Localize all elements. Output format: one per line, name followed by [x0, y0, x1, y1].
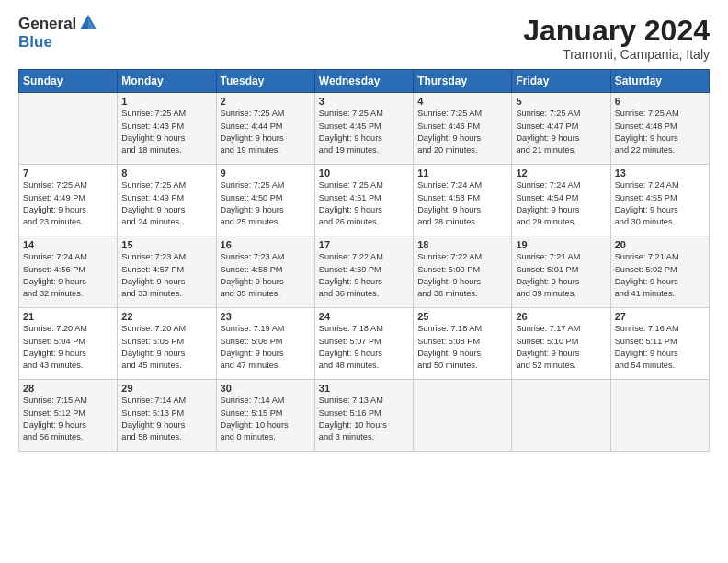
day-info: Sunrise: 7:25 AM Sunset: 4:44 PM Dayligh…	[221, 108, 311, 156]
day-info: Sunrise: 7:24 AM Sunset: 4:55 PM Dayligh…	[615, 179, 705, 228]
day-info: Sunrise: 7:25 AM Sunset: 4:45 PM Dayligh…	[319, 108, 409, 156]
calendar-day-cell: 28Sunrise: 7:15 AM Sunset: 5:12 PM Dayli…	[19, 380, 118, 452]
calendar-day-cell: 9Sunrise: 7:25 AM Sunset: 4:50 PM Daylig…	[216, 165, 314, 236]
calendar-day-cell: 11Sunrise: 7:24 AM Sunset: 4:53 PM Dayli…	[414, 165, 512, 236]
logo: General Blue	[18, 15, 98, 52]
day-info: Sunrise: 7:25 AM Sunset: 4:48 PM Dayligh…	[615, 108, 705, 156]
day-number: 27	[615, 311, 705, 322]
day-info: Sunrise: 7:23 AM Sunset: 4:58 PM Dayligh…	[221, 251, 311, 300]
calendar-day-cell: 13Sunrise: 7:24 AM Sunset: 4:55 PM Dayli…	[610, 165, 709, 236]
day-number: 28	[23, 383, 113, 394]
day-info: Sunrise: 7:17 AM Sunset: 5:10 PM Dayligh…	[516, 323, 606, 372]
day-info: Sunrise: 7:14 AM Sunset: 5:13 PM Dayligh…	[121, 395, 211, 443]
day-number: 25	[417, 311, 507, 322]
calendar-day-cell: 15Sunrise: 7:23 AM Sunset: 4:57 PM Dayli…	[118, 236, 216, 308]
day-number: 30	[221, 383, 311, 394]
calendar-day-cell: 7Sunrise: 7:25 AM Sunset: 4:49 PM Daylig…	[19, 165, 118, 236]
calendar-day-cell: 2Sunrise: 7:25 AM Sunset: 4:44 PM Daylig…	[216, 93, 314, 165]
day-info: Sunrise: 7:21 AM Sunset: 5:02 PM Dayligh…	[615, 251, 705, 300]
day-info: Sunrise: 7:18 AM Sunset: 5:08 PM Dayligh…	[417, 323, 507, 372]
day-number: 15	[121, 239, 211, 250]
calendar-day-cell: 17Sunrise: 7:22 AM Sunset: 4:59 PM Dayli…	[314, 236, 413, 308]
calendar-header-row: SundayMondayTuesdayWednesdayThursdayFrid…	[19, 70, 710, 93]
day-info: Sunrise: 7:23 AM Sunset: 4:57 PM Dayligh…	[121, 251, 211, 300]
calendar-header-cell: Monday	[118, 70, 216, 93]
location: Tramonti, Campania, Italy	[523, 47, 710, 62]
calendar-day-cell: 18Sunrise: 7:22 AM Sunset: 5:00 PM Dayli…	[414, 236, 512, 308]
day-number: 2	[221, 96, 311, 107]
calendar-day-cell: 10Sunrise: 7:25 AM Sunset: 4:51 PM Dayli…	[314, 165, 413, 236]
calendar-day-cell: 19Sunrise: 7:21 AM Sunset: 5:01 PM Dayli…	[512, 236, 610, 308]
day-number: 18	[417, 239, 507, 250]
logo-icon	[78, 13, 98, 33]
calendar-day-cell	[512, 380, 610, 452]
title-block: January 2024 Tramonti, Campania, Italy	[523, 15, 710, 62]
calendar-day-cell: 3Sunrise: 7:25 AM Sunset: 4:45 PM Daylig…	[314, 93, 413, 165]
day-number: 17	[319, 239, 409, 250]
day-info: Sunrise: 7:20 AM Sunset: 5:04 PM Dayligh…	[23, 323, 113, 372]
day-number: 4	[417, 96, 507, 107]
day-info: Sunrise: 7:21 AM Sunset: 5:01 PM Dayligh…	[516, 251, 606, 300]
calendar-day-cell: 30Sunrise: 7:14 AM Sunset: 5:15 PM Dayli…	[216, 380, 314, 452]
calendar-day-cell: 8Sunrise: 7:25 AM Sunset: 4:49 PM Daylig…	[118, 165, 216, 236]
day-number: 22	[121, 311, 211, 322]
day-info: Sunrise: 7:14 AM Sunset: 5:15 PM Dayligh…	[221, 395, 311, 443]
day-number: 10	[319, 167, 409, 178]
calendar-day-cell: 5Sunrise: 7:25 AM Sunset: 4:47 PM Daylig…	[512, 93, 610, 165]
calendar-header-cell: Friday	[512, 70, 610, 93]
calendar-header-cell: Thursday	[414, 70, 512, 93]
calendar-day-cell: 12Sunrise: 7:24 AM Sunset: 4:54 PM Dayli…	[512, 165, 610, 236]
calendar-day-cell: 20Sunrise: 7:21 AM Sunset: 5:02 PM Dayli…	[610, 236, 709, 308]
calendar-day-cell: 26Sunrise: 7:17 AM Sunset: 5:10 PM Dayli…	[512, 308, 610, 380]
calendar-header-cell: Saturday	[610, 70, 709, 93]
calendar-day-cell	[610, 380, 709, 452]
day-info: Sunrise: 7:16 AM Sunset: 5:11 PM Dayligh…	[615, 323, 705, 372]
calendar-day-cell: 21Sunrise: 7:20 AM Sunset: 5:04 PM Dayli…	[19, 308, 118, 380]
calendar-day-cell: 22Sunrise: 7:20 AM Sunset: 5:05 PM Dayli…	[118, 308, 216, 380]
day-info: Sunrise: 7:24 AM Sunset: 4:56 PM Dayligh…	[23, 251, 113, 300]
calendar-day-cell: 23Sunrise: 7:19 AM Sunset: 5:06 PM Dayli…	[216, 308, 314, 380]
calendar-day-cell: 29Sunrise: 7:14 AM Sunset: 5:13 PM Dayli…	[118, 380, 216, 452]
day-number: 29	[121, 383, 211, 394]
day-number: 20	[615, 239, 705, 250]
day-number: 21	[23, 311, 113, 322]
day-info: Sunrise: 7:25 AM Sunset: 4:47 PM Dayligh…	[516, 108, 606, 156]
calendar-header-cell: Wednesday	[314, 70, 413, 93]
calendar-header-cell: Sunday	[19, 70, 118, 93]
day-info: Sunrise: 7:20 AM Sunset: 5:05 PM Dayligh…	[121, 323, 211, 372]
calendar-day-cell: 16Sunrise: 7:23 AM Sunset: 4:58 PM Dayli…	[216, 236, 314, 308]
calendar-table: SundayMondayTuesdayWednesdayThursdayFrid…	[18, 69, 710, 452]
day-info: Sunrise: 7:25 AM Sunset: 4:49 PM Dayligh…	[23, 179, 113, 228]
logo-blue: Blue	[18, 33, 52, 51]
day-info: Sunrise: 7:25 AM Sunset: 4:51 PM Dayligh…	[319, 179, 409, 228]
calendar-day-cell: 27Sunrise: 7:16 AM Sunset: 5:11 PM Dayli…	[610, 308, 709, 380]
day-number: 1	[121, 96, 211, 107]
calendar-week-row: 7Sunrise: 7:25 AM Sunset: 4:49 PM Daylig…	[19, 165, 710, 236]
header: General Blue January 2024 Tramonti, Camp…	[18, 15, 710, 62]
day-number: 8	[121, 167, 211, 178]
calendar-day-cell	[19, 93, 118, 165]
day-info: Sunrise: 7:18 AM Sunset: 5:07 PM Dayligh…	[319, 323, 409, 372]
day-number: 31	[319, 383, 409, 394]
calendar-day-cell: 24Sunrise: 7:18 AM Sunset: 5:07 PM Dayli…	[314, 308, 413, 380]
day-number: 6	[615, 96, 705, 107]
calendar-day-cell: 4Sunrise: 7:25 AM Sunset: 4:46 PM Daylig…	[414, 93, 512, 165]
calendar-day-cell: 14Sunrise: 7:24 AM Sunset: 4:56 PM Dayli…	[19, 236, 118, 308]
page: General Blue January 2024 Tramonti, Camp…	[0, 0, 728, 563]
calendar-week-row: 1Sunrise: 7:25 AM Sunset: 4:43 PM Daylig…	[19, 93, 710, 165]
day-number: 16	[221, 239, 311, 250]
day-info: Sunrise: 7:13 AM Sunset: 5:16 PM Dayligh…	[319, 395, 409, 443]
calendar-week-row: 14Sunrise: 7:24 AM Sunset: 4:56 PM Dayli…	[19, 236, 710, 308]
day-number: 23	[221, 311, 311, 322]
calendar-day-cell: 1Sunrise: 7:25 AM Sunset: 4:43 PM Daylig…	[118, 93, 216, 165]
calendar-day-cell: 6Sunrise: 7:25 AM Sunset: 4:48 PM Daylig…	[610, 93, 709, 165]
day-number: 13	[615, 167, 705, 178]
day-info: Sunrise: 7:25 AM Sunset: 4:43 PM Dayligh…	[121, 108, 211, 156]
day-number: 19	[516, 239, 606, 250]
day-info: Sunrise: 7:25 AM Sunset: 4:49 PM Dayligh…	[121, 179, 211, 228]
day-number: 5	[516, 96, 606, 107]
calendar-body: 1Sunrise: 7:25 AM Sunset: 4:43 PM Daylig…	[19, 93, 710, 452]
day-number: 24	[319, 311, 409, 322]
calendar-day-cell	[414, 380, 512, 452]
day-info: Sunrise: 7:24 AM Sunset: 4:53 PM Dayligh…	[417, 179, 507, 228]
